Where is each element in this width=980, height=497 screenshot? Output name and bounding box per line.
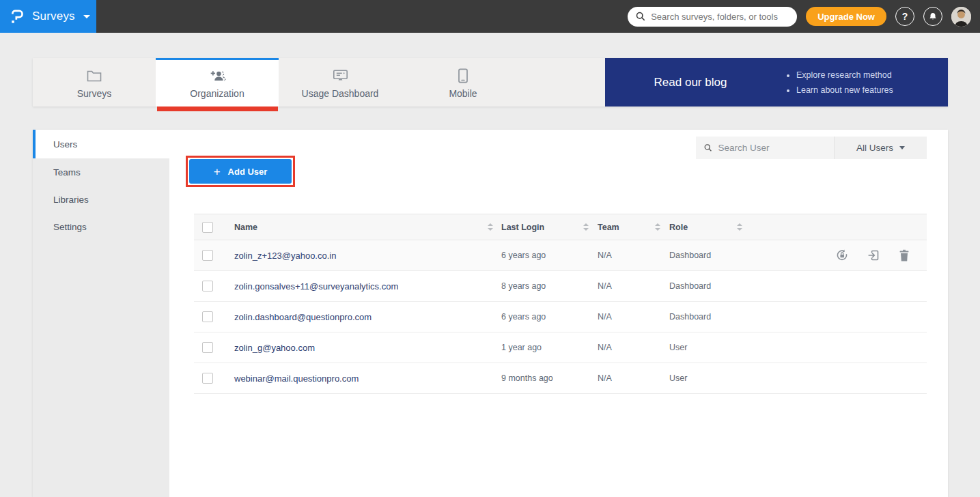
users-table-header: Name Last Login Team Role [194,214,927,240]
product-switcher-label: Surveys [32,10,75,23]
blog-banner-bullets: Explore research method Learn about new … [776,70,893,95]
search-user-input[interactable] [718,143,826,153]
last-login-value: 6 years ago [501,251,546,260]
sidebar-item-teams[interactable]: Teams [33,158,169,186]
add-user-button[interactable]: + Add User [189,159,292,184]
row-checkbox[interactable] [202,342,213,353]
table-row: zolin.dashboard@questionpro.com 6 years … [194,302,927,332]
sidebar-item-label: Users [53,139,77,150]
column-header-name[interactable]: Name [234,223,257,232]
banner-bullet: Learn about new features [796,85,893,95]
users-table-body: zolin_z+123@yahoo.co.in 6 years ago N/A … [194,240,927,394]
reset-password-icon[interactable] [835,248,849,262]
tab-label: Organization [190,88,244,99]
mobile-icon [457,68,469,83]
row-checkbox[interactable] [202,281,213,292]
role-value: Dashboard [669,312,711,322]
column-header-team[interactable]: Team [598,223,619,232]
login-as-user-icon[interactable] [867,248,880,262]
chevron-down-icon [899,146,905,150]
users-content: All Users + Add User Name Last Login [169,130,948,497]
select-all-checkbox[interactable] [202,222,213,233]
help-button[interactable]: ? [895,7,914,26]
search-icon [704,143,712,152]
annotation-highlight-add-user: + Add User [186,156,295,187]
chevron-down-icon [83,15,90,18]
add-people-icon [209,68,226,83]
banner-bullet: Explore research method [796,70,893,80]
questionpro-logo-icon [9,8,26,25]
sidebar-item-label: Libraries [53,195,89,205]
organization-sidebar: Users Teams Libraries Settings [33,130,169,497]
upgrade-button[interactable]: Upgrade Now [806,7,886,26]
sidebar-item-label: Teams [53,167,81,178]
plus-icon: + [214,166,221,178]
app-logo[interactable]: Surveys [0,0,96,33]
role-value: User [669,373,687,383]
sort-icon[interactable] [583,223,589,231]
tab-surveys[interactable]: Surveys [33,58,156,106]
global-search[interactable] [628,7,797,27]
delete-icon[interactable] [898,248,910,262]
sidebar-item-label: Settings [53,222,87,232]
tab-usage-dashboard[interactable]: Usage Dashboard [279,58,402,106]
all-users-label: All Users [856,143,893,153]
team-value: N/A [598,373,612,383]
tab-organization[interactable]: Organization [156,58,279,106]
user-email-link[interactable]: zolin_z+123@yahoo.co.in [234,251,336,261]
user-email-link[interactable]: zolin_g@yahoo.com [234,343,315,353]
last-login-value: 1 year ago [501,343,542,352]
all-users-dropdown[interactable]: All Users [834,137,927,159]
top-header: Surveys Upgrade Now ? [0,0,980,33]
sort-icon[interactable] [655,223,661,231]
user-email-link[interactable]: zolin.gonsalves+11@surveyanalytics.com [234,281,398,292]
role-value: Dashboard [669,281,711,291]
organization-panel: Users Teams Libraries Settings All Users… [33,130,948,497]
column-header-last-login[interactable]: Last Login [501,223,544,232]
global-search-input[interactable] [651,12,789,22]
tab-label: Usage Dashboard [302,88,379,99]
notifications-button[interactable] [923,7,942,26]
row-checkbox[interactable] [202,373,213,384]
user-email-link[interactable]: webinar@mail.questionpro.com [234,373,359,384]
tab-label: Surveys [77,88,112,99]
row-checkbox[interactable] [202,311,213,322]
sidebar-item-libraries[interactable]: Libraries [33,186,169,213]
blog-banner-title: Read our blog [605,76,776,89]
role-value: User [669,343,687,352]
folder-icon [87,68,102,83]
users-table: Name Last Login Team Role [194,214,927,394]
sidebar-item-settings[interactable]: Settings [33,213,169,240]
column-header-role[interactable]: Role [669,223,688,232]
bell-icon [928,12,938,22]
add-user-label: Add User [228,167,268,177]
user-email-link[interactable]: zolin.dashboard@questionpro.com [234,312,372,322]
sort-icon[interactable] [737,223,743,231]
search-icon [636,12,645,21]
dashboard-icon [333,68,348,83]
role-value: Dashboard [669,251,711,260]
team-value: N/A [598,281,612,291]
help-glyph: ? [902,11,908,22]
search-user-box[interactable] [696,137,834,159]
sidebar-item-users[interactable]: Users [33,130,169,158]
row-checkbox[interactable] [202,250,213,261]
row-actions [743,248,927,262]
sort-icon[interactable] [488,223,494,231]
team-value: N/A [598,312,612,322]
table-row: zolin_z+123@yahoo.co.in 6 years ago N/A … [194,240,927,271]
tab-mobile[interactable]: Mobile [402,58,524,106]
team-value: N/A [598,251,612,260]
section-tabs: Surveys Organization Usage Dashboard [33,58,948,106]
table-row: zolin.gonsalves+11@surveyanalytics.com 8… [194,271,927,302]
last-login-value: 8 years ago [501,281,546,291]
annotation-highlight-organization-tab [157,106,278,111]
user-filter-group: All Users [696,137,927,159]
table-row: webinar@mail.questionpro.com 9 months ag… [194,363,927,394]
blog-banner[interactable]: Read our blog Explore research method Le… [605,58,948,106]
last-login-value: 9 months ago [501,373,553,383]
user-avatar[interactable] [951,7,971,27]
last-login-value: 6 years ago [501,312,546,322]
avatar-photo [951,7,971,27]
table-row: zolin_g@yahoo.com 1 year ago N/A User [194,332,927,363]
